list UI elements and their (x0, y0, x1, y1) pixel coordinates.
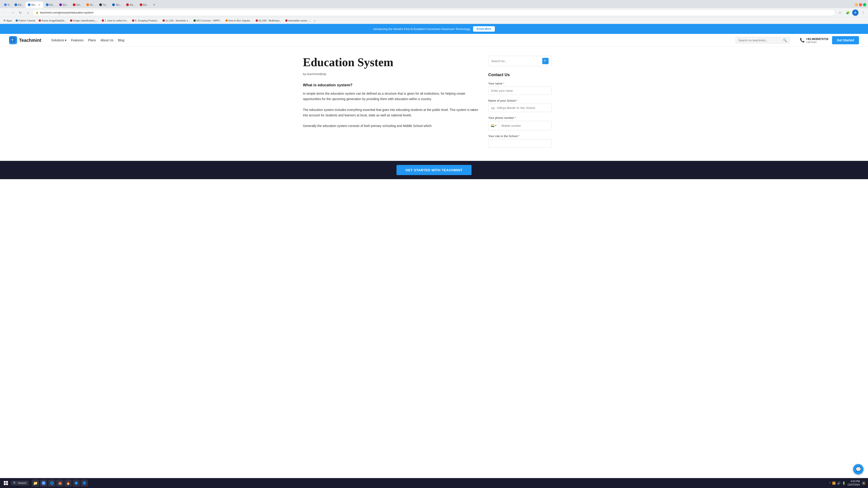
bookmark-star-button[interactable]: ☆ (837, 9, 843, 16)
bookmark-keras[interactable]: Keras ImageDataGe... (37, 19, 68, 22)
tab-favicon-5 (59, 3, 62, 6)
school-input[interactable] (488, 104, 552, 112)
sidebar: 🔍 Contact Us Your name * (488, 56, 552, 152)
nav-blog[interactable]: Blog (118, 38, 124, 42)
forward-button[interactable]: → (9, 9, 16, 16)
role-input[interactable] (488, 139, 552, 148)
nav-search-input[interactable] (739, 39, 781, 42)
browser-tab-6[interactable]: Ed... (70, 2, 84, 8)
school-required-star: * (517, 99, 518, 102)
bookmark-apps[interactable]: ⚙ Apps (2, 19, 13, 22)
sidebar-search-button[interactable]: 🔍 (542, 58, 549, 64)
bookmark-scraping-favicon (132, 20, 134, 22)
tab-label-11: Ed... (143, 3, 149, 6)
get-started-button[interactable]: Get Started (832, 36, 859, 44)
promo-banner-text: Introducing the World's First AI-Enabled… (373, 27, 470, 31)
nav-search-icon: 🔍 (783, 38, 787, 42)
address-bar[interactable]: 🔒 teachmint.com/glossary/e/education-sys… (33, 9, 835, 16)
tab-label-4: Ed... (50, 3, 55, 6)
bottom-cta-banner: GET STARTED WITH TEACHMINT (0, 161, 868, 179)
tab-favicon-9 (112, 3, 115, 6)
menu-button[interactable]: ⋮ (860, 9, 866, 16)
phone-info: 📞 +91-8035073710 Call Now! (800, 37, 829, 43)
bookmark-python-label: Python Tutorial (19, 19, 35, 22)
bookmark-jupyter-favicon (225, 20, 228, 22)
back-button[interactable]: ← (2, 9, 8, 16)
bookmark-nci[interactable]: NCI Courses - H9PR... (192, 19, 223, 22)
phone-number: +91-8035073710 (806, 37, 829, 41)
bookmark-multiclass[interactable]: (5) 208 - Multiclass... (254, 19, 283, 22)
phone-flag-selector[interactable]: 🇮🇳 • (489, 121, 499, 130)
solutions-dropdown-icon: ▾ (65, 38, 66, 42)
bookmark-image-favicon (70, 20, 72, 22)
flag-dot: • (495, 124, 496, 127)
tab-favicon-2 (14, 3, 17, 6)
reload-button[interactable]: ↻ (17, 9, 24, 16)
school-label: Name of your School * (488, 99, 552, 102)
tab-label-9: Sci... (116, 3, 121, 6)
browser-tab-1[interactable]: G (2, 2, 12, 8)
nav-about-us[interactable]: About Us (100, 38, 114, 42)
bookmark-semantic[interactable]: (1) 228 - Semantic s... (161, 19, 191, 22)
bookmark-image-class[interactable]: Image classification_... (68, 19, 100, 22)
name-input[interactable] (488, 87, 552, 95)
form-group-school: Name of your School * (488, 99, 552, 112)
browser-tab-7[interactable]: Or... (84, 2, 97, 8)
browser-tab-11[interactable]: Ed... (137, 2, 151, 8)
article-title: Education System (303, 56, 479, 69)
bookmark-nci-label: NCI Courses - H9PR... (196, 19, 221, 22)
bookmark-interstellar[interactable]: interstellar movie -... (284, 19, 312, 22)
maximize-button[interactable] (863, 3, 866, 6)
tab-favicon-10 (126, 3, 129, 6)
india-flag: 🇮🇳 (491, 124, 494, 127)
bookmark-collect-favicon (102, 20, 104, 22)
lock-icon: 🔒 (35, 11, 39, 14)
bookmarks-overflow[interactable]: » (313, 19, 317, 22)
minimize-button[interactable] (855, 3, 858, 6)
form-group-name: Your name * (488, 82, 552, 95)
home-button[interactable]: ⌂ (25, 9, 31, 16)
role-required-star: * (519, 134, 520, 138)
sidebar-search-input[interactable] (491, 59, 540, 63)
tab-favicon-11 (140, 3, 143, 6)
nav-features[interactable]: Features (71, 38, 84, 42)
close-button[interactable] (859, 3, 862, 6)
tab-close-3[interactable]: ✕ (37, 3, 41, 6)
bookmark-semantic-favicon (162, 20, 165, 22)
bookmark-multiclass-favicon (256, 20, 258, 22)
site-logo[interactable]: T Teachmint (9, 36, 41, 44)
profile-button[interactable]: A (852, 9, 859, 16)
nav-solutions[interactable]: Solutions ▾ (51, 38, 67, 42)
browser-tab-5[interactable]: Ed... (57, 2, 70, 8)
new-tab-button[interactable]: + (151, 2, 157, 8)
extensions-button[interactable]: 🧩 (844, 9, 851, 16)
browser-tab-9[interactable]: Sci... (110, 2, 123, 8)
bookmark-python[interactable]: Python Tutorial (14, 19, 37, 22)
browser-tab-8[interactable]: Ty... (97, 2, 110, 8)
browser-tab-3-active[interactable]: Ed... ✕ (26, 2, 43, 8)
nav-cta: 📞 +91-8035073710 Call Now! Get Started (800, 36, 859, 44)
browser-tab-4[interactable]: Ed... (43, 2, 57, 8)
bottom-cta-button[interactable]: GET STARTED WITH TEACHMINT (397, 165, 472, 175)
phone-number-input[interactable] (499, 122, 551, 130)
tab-label-10: Ed... (130, 3, 135, 6)
phone-icon: 📞 (800, 38, 805, 43)
bookmark-jupyter[interactable]: How to Run Jupyter... (224, 19, 254, 22)
bookmark-scraping[interactable]: 8. Scraping Product... (130, 19, 160, 22)
tab-label-5: Ed... (63, 3, 68, 6)
bookmark-collect[interactable]: 1. How to collect Im... (100, 19, 130, 22)
browser-tab-2[interactable]: Ed... (12, 2, 26, 8)
tab-favicon-4 (46, 3, 49, 6)
sidebar-search-box[interactable]: 🔍 (488, 56, 552, 66)
nav-plans[interactable]: Plans (88, 38, 96, 42)
site-navigation: T Teachmint Solutions ▾ Features Plans A… (0, 34, 868, 47)
sidebar-search-icon: 🔍 (544, 59, 547, 63)
browser-tab-10[interactable]: Ed... (124, 2, 137, 8)
nav-search-box[interactable]: 🔍 (736, 37, 790, 43)
tab-favicon-8 (99, 3, 102, 6)
know-more-button[interactable]: Know More (473, 26, 495, 32)
tab-label-6: Ed... (76, 3, 82, 6)
article-content: Education System by teachmint@wp What is… (303, 56, 479, 152)
article-paragraph-3: Generally the education system consists … (303, 123, 479, 129)
name-label: Your name * (488, 82, 552, 85)
